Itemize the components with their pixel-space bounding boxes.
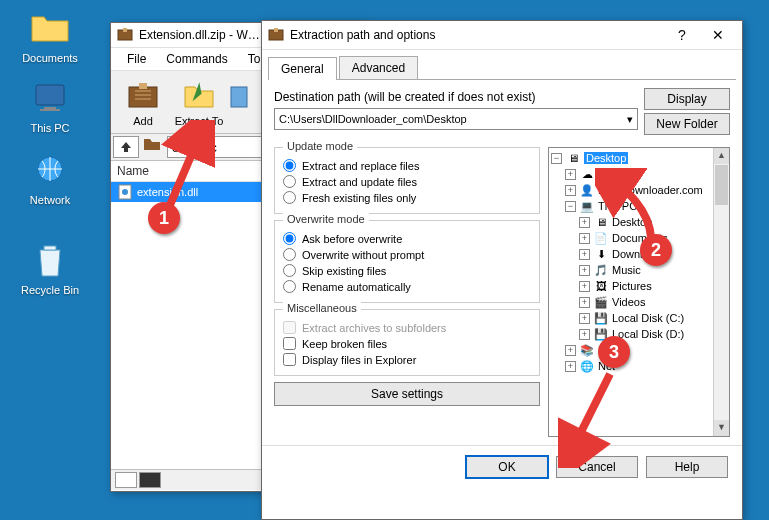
check-extract-subfolders[interactable]: Extract archives to subfolders [283,321,531,334]
desktop-icon: 🖥 [593,215,609,229]
desktop-icon: 🖥 [565,151,581,165]
toolbar-more[interactable] [227,75,251,129]
update-mode-group: Update mode Extract and replace files Ex… [274,147,540,214]
nav-folder-icon [143,136,163,158]
dialog-footer: OK Cancel Help [262,445,742,488]
tree-pc-videos[interactable]: +🎬Videos [551,294,727,310]
documents-icon: 📄 [593,231,609,245]
svg-rect-1 [44,107,56,109]
extraction-dialog: Extraction path and options ? ✕ General … [261,20,743,520]
svg-rect-9 [231,87,247,107]
dialog-tabs: General Advanced [268,56,736,80]
tree-pc-documents[interactable]: +📄Documents [551,230,727,246]
tree-pc-pictures[interactable]: +🖼Pictures [551,278,727,294]
videos-icon: 🎬 [593,295,609,309]
toolbar-add[interactable]: Add [115,75,171,129]
svg-rect-6 [123,28,127,32]
misc-label: Miscellaneous [283,302,361,314]
close-icon[interactable]: ✕ [700,25,736,45]
svg-rect-2 [40,109,60,111]
add-icon [125,77,161,113]
radio-skip-existing[interactable]: Skip existing files [283,264,531,277]
more-icon [229,77,249,113]
check-display-explorer[interactable]: Display files in Explorer [283,353,531,366]
svg-rect-7 [129,87,157,107]
extract-icon [181,77,217,113]
desktop-icon-thispc[interactable]: This PC [12,78,88,134]
check-keep-broken[interactable]: Keep broken files [283,337,531,350]
update-mode-label: Update mode [283,140,357,152]
tab-advanced[interactable]: Advanced [339,56,418,79]
display-button[interactable]: Display [644,88,730,110]
destination-path-combo[interactable]: C:\Users\DllDownloader_com\Desktop ▾ [274,108,638,130]
cancel-button[interactable]: Cancel [556,456,638,478]
libraries-icon: 📚 [579,343,595,357]
radio-extract-replace[interactable]: Extract and replace files [283,159,531,172]
overwrite-mode-group: Overwrite mode Ask before overwrite Over… [274,220,540,303]
pictures-icon: 🖼 [593,279,609,293]
scroll-up-icon[interactable]: ▲ [714,148,729,164]
tree-pc-diskd[interactable]: +💾Local Disk (D:) [551,326,727,342]
radio-extract-update[interactable]: Extract and update files [283,175,531,188]
disk-icon: 💾 [593,311,609,325]
annotation-badge-2: 2 [640,234,672,266]
nav-up[interactable] [113,136,139,158]
toolbar-extract-to[interactable]: Extract To [171,75,227,129]
pc-icon [30,78,70,118]
tree-pc-desktop[interactable]: +🖥Desktop [551,214,727,230]
scroll-thumb[interactable] [715,165,728,205]
radio-rename-auto[interactable]: Rename automatically [283,280,531,293]
network-icon: 🌐 [579,359,595,373]
misc-group: Miscellaneous Extract archives to subfol… [274,309,540,376]
dll-file-icon [117,184,133,200]
menu-file[interactable]: File [117,50,156,68]
tree-libraries[interactable]: +📚Libr [551,342,727,358]
destination-path-text: C:\Users\DllDownloader_com\Desktop [279,113,467,125]
tree-pc-diskc[interactable]: +💾Local Disk (C:) [551,310,727,326]
save-settings-button[interactable]: Save settings [274,382,540,406]
desktop-icon-recyclebin[interactable]: Recycle Bin [12,240,88,296]
winrar-icon [117,27,133,43]
radio-overwrite-noprompt[interactable]: Overwrite without prompt [283,248,531,261]
user-icon: 👤 [579,183,595,197]
radio-fresh-only[interactable]: Fresh existing files only [283,191,531,204]
status-icon-2 [139,472,161,488]
tree-thispc[interactable]: −💻This PC [551,198,727,214]
dialog-title: Extraction path and options [290,28,664,42]
pc-icon: 💻 [579,199,595,213]
tree-scrollbar[interactable]: ▲ ▼ [713,148,729,436]
svg-rect-4 [44,246,56,250]
svg-rect-0 [36,85,64,105]
radio-ask-overwrite[interactable]: Ask before overwrite [283,232,531,245]
svg-rect-8 [139,83,147,89]
tree-desktop[interactable]: −🖥Desktop [551,150,727,166]
annotation-badge-1: 1 [148,202,180,234]
menu-commands[interactable]: Commands [156,50,237,68]
ok-button[interactable]: OK [466,456,548,478]
tab-general[interactable]: General [268,57,337,80]
help-button[interactable]: Help [646,456,728,478]
scroll-down-icon[interactable]: ▼ [714,420,729,436]
overwrite-mode-label: Overwrite mode [283,213,369,225]
folder-tree[interactable]: −🖥Desktop +☁OneDr +👤DLL Downloader.com −… [548,147,730,437]
svg-rect-13 [274,28,278,32]
tree-onedrive[interactable]: +☁OneDr [551,166,727,182]
cloud-icon: ☁ [579,167,595,181]
status-icon-1 [115,472,137,488]
tree-network[interactable]: +🌐Net [551,358,727,374]
dialog-titlebar[interactable]: Extraction path and options ? ✕ [262,21,742,50]
tree-pc-downloads[interactable]: +⬇Downloads [551,246,727,262]
desktop-icon-network[interactable]: Network [12,150,88,206]
network-icon [30,150,70,190]
file-name: extension.dll [137,186,198,198]
help-icon[interactable]: ? [664,25,700,45]
folder-icon [30,8,70,48]
download-icon: ⬇ [593,247,609,261]
desktop-icon-documents[interactable]: Documents [12,8,88,64]
chevron-down-icon: ▾ [627,113,633,126]
tree-dlldownloader[interactable]: +👤DLL Downloader.com [551,182,727,198]
tree-pc-music[interactable]: +🎵Music [551,262,727,278]
trash-icon [30,240,70,280]
new-folder-button[interactable]: New Folder [644,113,730,135]
svg-point-11 [122,189,128,195]
